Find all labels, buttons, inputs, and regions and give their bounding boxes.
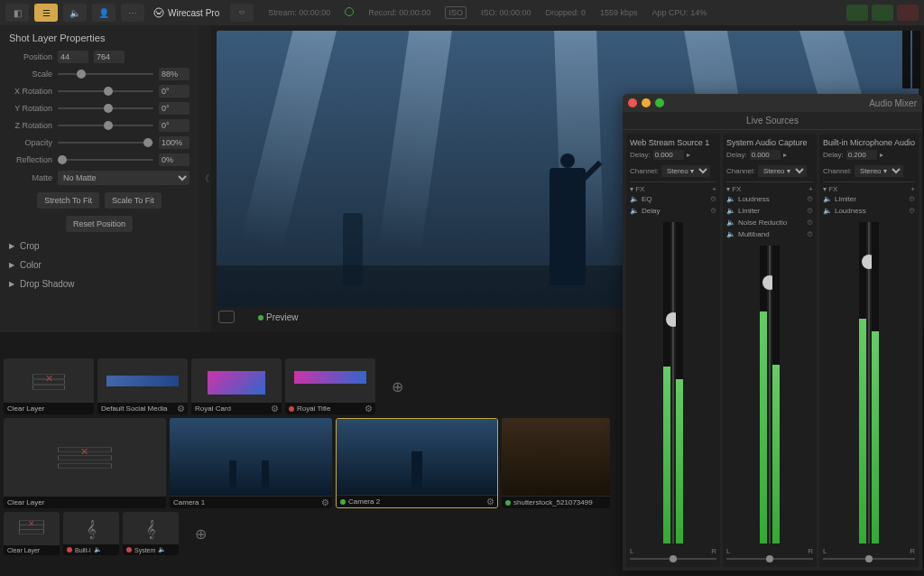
fx-item[interactable]: 🔈Loudness⚙: [823, 205, 915, 217]
color-section[interactable]: ▶Color: [9, 260, 189, 270]
shot-stock[interactable]: shutterstock_521073499: [502, 418, 610, 508]
shot-clear-2[interactable]: ✕Clear Layer: [4, 418, 166, 508]
toolbar-btn-layers[interactable]: ☰: [34, 4, 58, 22]
panel-collapse-handle[interactable]: 《: [199, 25, 211, 332]
output-meter: [902, 31, 920, 88]
light-red[interactable]: [897, 5, 919, 21]
fader[interactable]: [868, 222, 870, 543]
gear-icon[interactable]: ⚙: [177, 404, 185, 413]
light-green-1[interactable]: [846, 5, 868, 21]
fx-item[interactable]: 🔈Loudness⚙: [726, 193, 813, 205]
yrot-slider[interactable]: [58, 107, 153, 109]
iso-status: ISO: 00:00:00: [481, 8, 531, 17]
shot-system-audio[interactable]: 𝄞System 🔈: [123, 512, 179, 555]
toolbar-btn-more[interactable]: ⋯: [121, 4, 144, 22]
add-fx-button[interactable]: +: [712, 185, 716, 193]
zrot-value[interactable]: [159, 119, 189, 132]
shot-clear-1[interactable]: ✕Clear Layer: [4, 358, 94, 414]
close-icon[interactable]: [628, 98, 637, 107]
record-indicator[interactable]: [345, 7, 354, 18]
scale-slider[interactable]: [58, 73, 153, 75]
fx-item[interactable]: 🔈Delay⚙: [630, 205, 716, 217]
stepper-icon[interactable]: ▸: [880, 151, 883, 159]
wifi-icon[interactable]: ⌔: [230, 4, 254, 22]
opacity-slider[interactable]: [58, 142, 153, 144]
reflection-slider[interactable]: [58, 159, 153, 161]
pan-slider[interactable]: [726, 558, 813, 560]
gear-icon[interactable]: ⚙: [365, 404, 373, 413]
stepper-icon[interactable]: ▸: [687, 151, 690, 159]
minimize-icon[interactable]: [642, 98, 651, 107]
zoom-icon[interactable]: [655, 98, 664, 107]
fx-item[interactable]: 🔈Noise Reductio⚙: [726, 217, 813, 228]
stepper-icon[interactable]: ▸: [783, 151, 787, 159]
fx-gear-icon[interactable]: ⚙: [710, 195, 716, 203]
fx-gear-icon[interactable]: ⚙: [909, 195, 915, 203]
fx-gear-icon[interactable]: ⚙: [807, 230, 813, 238]
position-x-input[interactable]: [58, 51, 88, 63]
fx-item[interactable]: 🔈EQ⚙: [630, 193, 716, 205]
add-shot-button[interactable]: ⊕: [182, 512, 218, 555]
fader[interactable]: [672, 222, 674, 543]
add-fx-button[interactable]: +: [910, 185, 915, 193]
gear-icon[interactable]: ⚙: [486, 497, 494, 506]
shot-royal-card[interactable]: Royal Card⚙: [191, 358, 282, 414]
shot-builtin-audio[interactable]: 𝄞Built-i 🔈: [63, 512, 119, 555]
shot-clear-3[interactable]: ✕Clear Layer: [4, 512, 60, 555]
shot-camera-2[interactable]: Camera 2⚙: [336, 418, 498, 508]
opacity-value[interactable]: [159, 136, 189, 149]
zrot-slider[interactable]: [58, 125, 153, 126]
fx-item[interactable]: 🔈Multiband⚙: [726, 228, 813, 240]
stream-light-buttons: [846, 5, 919, 21]
crop-section[interactable]: ▶Crop: [9, 241, 189, 251]
delay-input[interactable]: [653, 150, 684, 160]
fx-gear-icon[interactable]: ⚙: [710, 207, 716, 215]
fx-gear-icon[interactable]: ⚙: [909, 207, 915, 215]
speaker-icon: 🔈: [630, 207, 639, 215]
channel-select[interactable]: Stereo ▾: [661, 165, 710, 177]
mixer-channel: Built-in Microphone AudioDelay:▸Channel:…: [819, 134, 919, 567]
toolbar-btn-audio[interactable]: 🔈: [63, 4, 87, 22]
pan-slider[interactable]: [823, 558, 915, 560]
shot-royal-title[interactable]: Royal Title⚙: [285, 358, 375, 414]
shot-camera-1[interactable]: Camera 1⚙: [170, 418, 332, 508]
scale-value[interactable]: [159, 68, 189, 80]
iso-badge[interactable]: ISO: [445, 6, 467, 19]
xrot-value[interactable]: [159, 85, 189, 98]
reflection-value[interactable]: [159, 153, 189, 166]
pan-slider[interactable]: [630, 558, 716, 560]
fx-gear-icon[interactable]: ⚙: [807, 195, 813, 203]
delay-input[interactable]: [750, 150, 781, 160]
channel-meters: [823, 222, 915, 543]
fx-item[interactable]: 🔈Limiter⚙: [726, 205, 813, 217]
scale-button[interactable]: Scale To Fit: [105, 192, 162, 209]
matte-select[interactable]: No Matte: [58, 171, 189, 185]
toolbar-btn-person[interactable]: 👤: [92, 4, 116, 22]
fx-item[interactable]: 🔈Limiter⚙: [823, 193, 915, 205]
cpu-status: App CPU: 14%: [652, 8, 707, 17]
yrot-value[interactable]: [159, 102, 189, 115]
dropshadow-section[interactable]: ▶Drop Shadow: [9, 279, 189, 289]
mixer-titlebar[interactable]: Audio Mixer: [623, 94, 922, 112]
channel-name: Built-in Microphone Audio: [823, 138, 915, 147]
reset-button[interactable]: Reset Position: [66, 216, 133, 232]
channel-select[interactable]: Stereo ▾: [855, 165, 903, 177]
channel-select[interactable]: Stereo ▾: [758, 165, 807, 177]
light-green-2[interactable]: [872, 5, 893, 21]
position-y-input[interactable]: [94, 51, 125, 63]
channel-meters: [726, 246, 813, 543]
gear-icon[interactable]: ⚙: [271, 404, 279, 413]
audio-mixer-window: Audio Mixer Live Sources Web Stream Sour…: [623, 94, 922, 571]
delay-input[interactable]: [846, 150, 877, 160]
fx-gear-icon[interactable]: ⚙: [807, 207, 813, 215]
fx-gear-icon[interactable]: ⚙: [807, 218, 813, 227]
headphones-icon[interactable]: [218, 311, 235, 323]
add-shot-button[interactable]: ⊕: [379, 358, 415, 414]
add-fx-button[interactable]: +: [808, 185, 813, 193]
toolbar-btn-1[interactable]: ◧: [5, 4, 29, 22]
xrot-slider[interactable]: [58, 90, 153, 92]
fader[interactable]: [769, 246, 771, 543]
gear-icon[interactable]: ⚙: [321, 497, 329, 507]
shot-social[interactable]: Default Social Media⚙: [97, 358, 188, 414]
stretch-button[interactable]: Stretch To Fit: [37, 192, 99, 209]
